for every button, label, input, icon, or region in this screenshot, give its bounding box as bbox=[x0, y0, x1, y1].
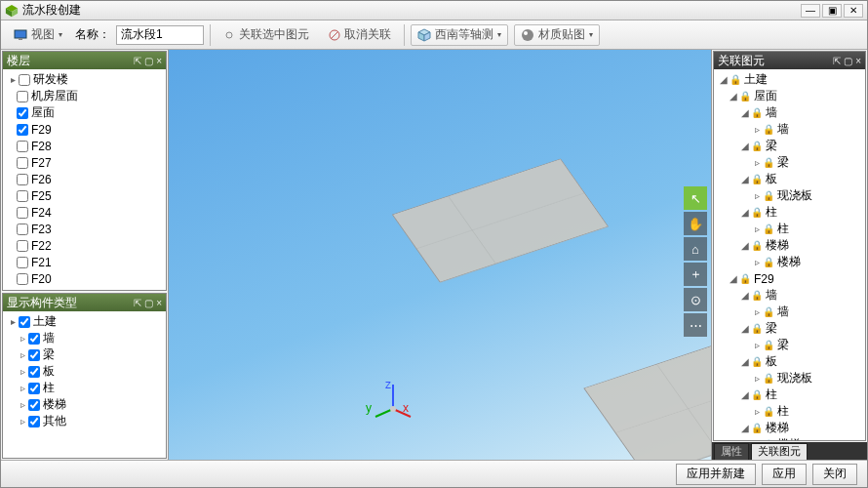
component-types-title: 显示构件类型 bbox=[7, 295, 77, 311]
floors-tree[interactable]: ▸研发楼机房屋面屋面F29F28F27F26F25F24F23F22F21F20… bbox=[3, 69, 166, 290]
svg-rect-4 bbox=[19, 38, 22, 40]
component-type-item[interactable]: ▹梁 bbox=[5, 346, 164, 363]
view-label: 视图 bbox=[31, 26, 55, 43]
home-view-tool[interactable]: ⌂ bbox=[684, 237, 707, 261]
axis-gizmo: z y x bbox=[374, 380, 413, 421]
link-selected-button[interactable]: 关联选中图元 bbox=[217, 24, 316, 46]
apply-button[interactable]: 应用 bbox=[762, 464, 807, 485]
viewport-toolbar: ↖ ✋ ⌂ ＋ ⊙ ⋯ bbox=[684, 186, 707, 337]
right-tabs: 属性 关联图元 bbox=[712, 442, 867, 460]
tab-properties[interactable]: 属性 bbox=[714, 443, 749, 460]
component-type-item[interactable]: ▹柱 bbox=[5, 380, 164, 396]
related-item[interactable]: ▹🔒柱 bbox=[716, 403, 863, 420]
related-group[interactable]: ◢🔒屋面 bbox=[716, 88, 863, 104]
related-item[interactable]: ▹🔒梁 bbox=[716, 337, 863, 353]
component-type-item[interactable]: ▹其他 bbox=[5, 413, 164, 429]
floor-item[interactable]: F20 bbox=[5, 270, 164, 287]
more-tools[interactable]: ⋯ bbox=[684, 313, 707, 337]
footer: 应用并新建 应用 关闭 bbox=[1, 460, 867, 487]
related-item[interactable]: ▹🔒现浇板 bbox=[716, 370, 863, 386]
related-panel-title: 关联图元 bbox=[718, 53, 765, 69]
panel-close-icon[interactable]: × bbox=[855, 56, 861, 66]
app-logo-icon bbox=[5, 4, 19, 18]
tree-root[interactable]: ▸研发楼 bbox=[5, 71, 164, 88]
related-item[interactable]: ▹🔒墙 bbox=[716, 121, 863, 138]
material-icon bbox=[521, 28, 534, 42]
axis-y-label: y bbox=[366, 401, 372, 415]
component-type-item[interactable]: ▹楼梯 bbox=[5, 396, 164, 413]
related-category[interactable]: ◢🔒楼梯 bbox=[716, 420, 863, 436]
related-category[interactable]: ◢🔒梁 bbox=[716, 320, 863, 337]
panel-close-icon[interactable]: × bbox=[156, 56, 162, 66]
zoom-out-tool[interactable]: ⊙ bbox=[684, 288, 707, 311]
floor-item[interactable]: F29 bbox=[5, 121, 164, 138]
window-maximize-button[interactable]: ▣ bbox=[822, 4, 842, 18]
floor-item[interactable]: F28 bbox=[5, 138, 164, 154]
window-close-button[interactable]: ✕ bbox=[844, 4, 863, 18]
component-types-tree[interactable]: ▸土建▹墙▹梁▹板▹柱▹楼梯▹其他 bbox=[3, 311, 166, 458]
window-minimize-button[interactable]: — bbox=[801, 4, 820, 18]
floor-item[interactable]: F19 bbox=[5, 287, 164, 290]
related-item[interactable]: ▹🔒梁 bbox=[716, 154, 863, 171]
panel-dock-icon[interactable]: ▢ bbox=[844, 56, 852, 66]
related-group[interactable]: ◢🔒F29 bbox=[716, 270, 863, 287]
caret-down-icon: ▾ bbox=[497, 30, 501, 39]
svg-point-10 bbox=[522, 29, 533, 41]
floor-item[interactable]: 屋面 bbox=[5, 104, 164, 121]
panel-dock-icon[interactable]: ▢ bbox=[144, 56, 153, 66]
related-item[interactable]: ▹🔒楼梯 bbox=[716, 254, 863, 270]
floor-item[interactable]: F27 bbox=[5, 154, 164, 171]
apply-and-new-button[interactable]: 应用并新建 bbox=[676, 464, 756, 485]
tree-root[interactable]: ▸土建 bbox=[5, 313, 164, 330]
close-button[interactable]: 关闭 bbox=[812, 464, 857, 485]
floor-item[interactable]: F22 bbox=[5, 237, 164, 254]
floor-item[interactable]: F23 bbox=[5, 221, 164, 237]
related-item[interactable]: ▹🔒墙 bbox=[716, 304, 863, 320]
panel-pin-icon[interactable]: ⇱ bbox=[134, 56, 141, 66]
view-orientation-dropdown[interactable]: 西南等轴测 ▾ bbox=[411, 24, 508, 46]
svg-rect-3 bbox=[15, 30, 26, 38]
related-item[interactable]: ▹🔒现浇板 bbox=[716, 187, 863, 204]
svg-point-15 bbox=[390, 406, 396, 412]
tab-related[interactable]: 关联图元 bbox=[751, 443, 808, 460]
floor-item[interactable]: F25 bbox=[5, 187, 164, 204]
material-dropdown[interactable]: 材质贴图 ▾ bbox=[514, 24, 600, 46]
panel-close-icon[interactable]: × bbox=[156, 298, 162, 308]
component-type-item[interactable]: ▹墙 bbox=[5, 330, 164, 346]
related-tree[interactable]: ◢🔒土建◢🔒屋面◢🔒墙▹🔒墙◢🔒梁▹🔒梁◢🔒板▹🔒现浇板◢🔒柱▹🔒柱◢🔒楼梯▹🔒… bbox=[714, 69, 865, 440]
related-category[interactable]: ◢🔒柱 bbox=[716, 386, 863, 403]
axis-x-label: x bbox=[403, 401, 409, 415]
related-category[interactable]: ◢🔒墙 bbox=[716, 287, 863, 304]
related-category[interactable]: ◢🔒板 bbox=[716, 171, 863, 187]
related-category[interactable]: ◢🔒墙 bbox=[716, 104, 863, 121]
related-category[interactable]: ◢🔒柱 bbox=[716, 204, 863, 221]
cube-icon bbox=[417, 28, 431, 42]
related-category[interactable]: ◢🔒板 bbox=[716, 353, 863, 370]
monitor-icon bbox=[14, 29, 27, 41]
panel-pin-icon[interactable]: ⇱ bbox=[833, 56, 841, 66]
related-item[interactable]: ▹🔒柱 bbox=[716, 221, 863, 237]
unlink-button[interactable]: 取消关联 bbox=[322, 24, 398, 46]
main-toolbar: 视图 ▾ 名称： 关联选中图元 取消关联 西南等轴测 ▾ 材质贴图 ▾ bbox=[1, 20, 867, 50]
floor-item[interactable]: F21 bbox=[5, 254, 164, 270]
floor-item[interactable]: 机房屋面 bbox=[5, 88, 164, 104]
pan-tool[interactable]: ✋ bbox=[684, 212, 707, 235]
panel-dock-icon[interactable]: ▢ bbox=[144, 298, 153, 308]
floor-item[interactable]: F24 bbox=[5, 204, 164, 221]
related-elements-panel: 关联图元⇱▢× ◢🔒土建◢🔒屋面◢🔒墙▹🔒墙◢🔒梁▹🔒梁◢🔒板▹🔒现浇板◢🔒柱▹… bbox=[713, 51, 866, 441]
3d-viewport[interactable]: ↖ ✋ ⌂ ＋ ⊙ ⋯ z y x bbox=[169, 50, 711, 460]
floor-item[interactable]: F26 bbox=[5, 171, 164, 187]
related-category[interactable]: ◢🔒楼梯 bbox=[716, 237, 863, 254]
zoom-in-tool[interactable]: ＋ bbox=[684, 263, 707, 286]
view-dropdown[interactable]: 视图 ▾ bbox=[7, 24, 69, 46]
pointer-tool[interactable]: ↖ bbox=[684, 186, 707, 210]
name-label: 名称： bbox=[75, 26, 110, 43]
svg-point-11 bbox=[524, 31, 528, 35]
related-category[interactable]: ◢🔒梁 bbox=[716, 138, 863, 154]
name-input[interactable] bbox=[116, 25, 204, 45]
related-item[interactable]: ▹🔒楼梯 bbox=[716, 436, 863, 440]
floors-panel-title: 楼层 bbox=[7, 53, 30, 69]
component-type-item[interactable]: ▹板 bbox=[5, 363, 164, 380]
panel-pin-icon[interactable]: ⇱ bbox=[134, 298, 141, 308]
tree-root[interactable]: ◢🔒土建 bbox=[716, 71, 863, 88]
